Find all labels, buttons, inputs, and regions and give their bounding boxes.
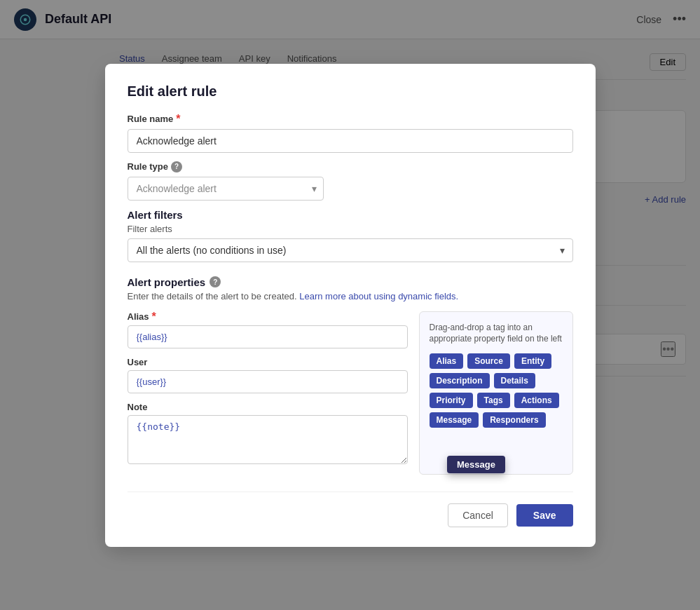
- filter-select[interactable]: All the alerts (no conditions in use): [128, 238, 573, 262]
- alert-filters-section: Alert filters Filter alerts All the aler…: [128, 209, 573, 262]
- alias-required: *: [152, 311, 156, 323]
- filter-select-wrapper: All the alerts (no conditions in use) ▾: [128, 238, 573, 262]
- rule-type-select-wrapper: Acknowledge alert ▾: [128, 177, 324, 201]
- rule-type-select[interactable]: Acknowledge alert: [128, 177, 324, 201]
- properties-grid: Alias * User Note {{note}}: [128, 311, 573, 475]
- tag-tags[interactable]: Tags: [477, 393, 510, 408]
- alias-label: Alias *: [128, 311, 408, 323]
- alert-properties-title: Alert properties ?: [128, 276, 573, 288]
- rule-name-group: Rule name *: [128, 114, 573, 153]
- tag-message[interactable]: Message: [430, 412, 479, 428]
- rule-type-group: Rule type ? Acknowledge alert ▾: [128, 161, 573, 201]
- note-textarea[interactable]: {{note}}: [128, 415, 408, 464]
- rule-type-help-icon[interactable]: ?: [171, 161, 182, 172]
- note-label: Note: [128, 402, 408, 412]
- tag-description[interactable]: Description: [430, 373, 490, 388]
- modal-title: Edit alert rule: [128, 83, 573, 100]
- user-input[interactable]: [128, 370, 408, 393]
- tag-entity[interactable]: Entity: [514, 353, 551, 369]
- note-field-group: Note {{note}}: [128, 402, 408, 466]
- modal-overlay: Edit alert rule Rule name * Rule type ? …: [0, 0, 700, 610]
- required-indicator: *: [176, 114, 180, 125]
- tags-grid: Alias Source Entity Description Details …: [430, 353, 563, 428]
- filter-alerts-label: Filter alerts: [128, 224, 573, 234]
- tag-alias[interactable]: Alias: [430, 353, 464, 369]
- tag-responders[interactable]: Responders: [483, 412, 545, 428]
- tag-priority[interactable]: Priority: [430, 393, 473, 408]
- modal-footer: Cancel Save: [128, 492, 573, 527]
- drag-hint: Drag-and-drop a tag into an appropriate …: [430, 322, 563, 346]
- tag-actions[interactable]: Actions: [514, 393, 559, 408]
- alert-properties-section: Alert properties ? Enter the details of …: [128, 276, 573, 475]
- rule-name-input[interactable]: [128, 129, 573, 153]
- user-field-group: User: [128, 357, 408, 393]
- learn-more-link[interactable]: Learn more about using dynamic fields.: [299, 291, 458, 301]
- modal-dialog: Edit alert rule Rule name * Rule type ? …: [105, 64, 596, 547]
- rule-type-label: Rule type ?: [128, 161, 573, 172]
- tag-details[interactable]: Details: [494, 373, 535, 388]
- cancel-button[interactable]: Cancel: [448, 503, 508, 527]
- save-button[interactable]: Save: [516, 504, 573, 527]
- properties-left: Alias * User Note {{note}}: [128, 311, 408, 475]
- alert-filters-title: Alert filters: [128, 209, 573, 221]
- tag-source[interactable]: Source: [467, 353, 510, 369]
- user-label: User: [128, 357, 408, 367]
- properties-desc: Enter the details of the alert to be cre…: [128, 291, 573, 301]
- alert-properties-help-icon[interactable]: ?: [210, 276, 221, 287]
- alias-input[interactable]: [128, 325, 408, 348]
- rule-name-label: Rule name *: [128, 114, 573, 125]
- alias-field-group: Alias *: [128, 311, 408, 348]
- tags-panel: Drag-and-drop a tag into an appropriate …: [419, 311, 573, 475]
